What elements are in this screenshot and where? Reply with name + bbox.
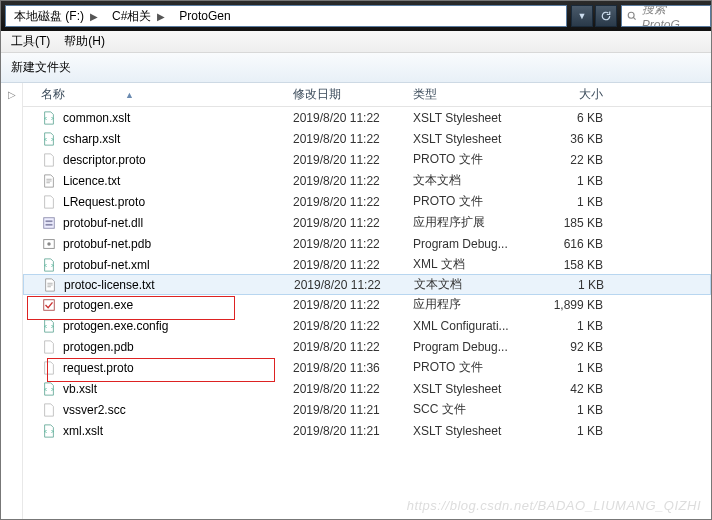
- file-row[interactable]: protogen.exe.config2019/8/20 11:22XML Co…: [23, 315, 711, 336]
- nav-buttons: ▼: [567, 5, 621, 27]
- text-icon: [41, 173, 57, 189]
- text-icon: [42, 277, 58, 293]
- file-row[interactable]: protoc-license.txt2019/8/20 11:22文本文档1 K…: [23, 274, 711, 295]
- file-row[interactable]: Licence.txt2019/8/20 11:22文本文档1 KB: [23, 170, 711, 191]
- file-type: XSLT Stylesheet: [413, 424, 543, 438]
- file-size: 185 KB: [543, 216, 623, 230]
- tree-collapse-icon[interactable]: ▷: [8, 89, 16, 519]
- file-date: 2019/8/20 11:22: [293, 340, 413, 354]
- file-icon: [41, 194, 57, 210]
- dropdown-button[interactable]: ▼: [571, 5, 593, 27]
- file-date: 2019/8/20 11:22: [293, 319, 413, 333]
- svg-rect-3: [46, 223, 53, 225]
- breadcrumb-seg-drive[interactable]: 本地磁盘 (F:) ▶: [6, 6, 104, 26]
- file-icon: [41, 152, 57, 168]
- file-row[interactable]: csharp.xslt2019/8/20 11:22XSLT Styleshee…: [23, 128, 711, 149]
- file-date: 2019/8/20 11:36: [293, 361, 413, 375]
- file-row[interactable]: common.xslt2019/8/20 11:22XSLT Styleshee…: [23, 107, 711, 128]
- file-type: PROTO 文件: [413, 151, 543, 168]
- header-date[interactable]: 修改日期: [293, 86, 413, 103]
- breadcrumb-seg-folder[interactable]: C#相关 ▶: [104, 6, 171, 26]
- refresh-icon: [600, 10, 612, 22]
- xslt-icon: [41, 131, 57, 147]
- xslt-icon: [41, 381, 57, 397]
- file-type: XML 文档: [413, 256, 543, 273]
- file-row[interactable]: protogen.pdb2019/8/20 11:22Program Debug…: [23, 336, 711, 357]
- file-row[interactable]: request.proto2019/8/20 11:36PROTO 文件1 KB: [23, 357, 711, 378]
- file-type: 文本文档: [414, 276, 544, 293]
- header-size[interactable]: 大小: [543, 86, 623, 103]
- address-bar: 本地磁盘 (F:) ▶ C#相关 ▶ ProtoGen ▼ 搜索 ProtoG: [1, 1, 711, 31]
- file-type: XML Configurati...: [413, 319, 543, 333]
- file-icon: [41, 339, 57, 355]
- file-row[interactable]: descriptor.proto2019/8/20 11:22PROTO 文件2…: [23, 149, 711, 170]
- header-type[interactable]: 类型: [413, 86, 543, 103]
- file-size: 1 KB: [543, 403, 623, 417]
- file-name: protoc-license.txt: [64, 278, 155, 292]
- file-row[interactable]: vssver2.scc2019/8/20 11:21SCC 文件1 KB: [23, 399, 711, 420]
- svg-rect-2: [46, 220, 53, 222]
- svg-point-0: [628, 12, 634, 18]
- file-date: 2019/8/20 11:21: [293, 424, 413, 438]
- file-row[interactable]: protobuf-net.pdb2019/8/20 11:22Program D…: [23, 233, 711, 254]
- file-size: 36 KB: [543, 132, 623, 146]
- file-row[interactable]: xml.xslt2019/8/20 11:21XSLT Stylesheet1 …: [23, 420, 711, 441]
- file-name: request.proto: [63, 361, 134, 375]
- file-type: PROTO 文件: [413, 359, 543, 376]
- menu-tools[interactable]: 工具(T): [11, 33, 50, 50]
- pdb-icon: [41, 236, 57, 252]
- file-type: 文本文档: [413, 172, 543, 189]
- file-name: descriptor.proto: [63, 153, 146, 167]
- xslt-icon: [41, 423, 57, 439]
- file-name: protobuf-net.pdb: [63, 237, 151, 251]
- file-name: protobuf-net.dll: [63, 216, 143, 230]
- file-date: 2019/8/20 11:22: [293, 237, 413, 251]
- svg-rect-1: [44, 217, 55, 228]
- file-name: protogen.exe.config: [63, 319, 168, 333]
- file-type: XSLT Stylesheet: [413, 132, 543, 146]
- file-name: Licence.txt: [63, 174, 120, 188]
- file-row[interactable]: protobuf-net.xml2019/8/20 11:22XML 文档158…: [23, 254, 711, 275]
- file-name: xml.xslt: [63, 424, 103, 438]
- nav-tree-gutter[interactable]: ▷: [1, 83, 23, 519]
- file-name: protobuf-net.xml: [63, 258, 150, 272]
- file-icon: [41, 360, 57, 376]
- file-row[interactable]: vb.xslt2019/8/20 11:22XSLT Stylesheet42 …: [23, 378, 711, 399]
- file-size: 42 KB: [543, 382, 623, 396]
- file-date: 2019/8/20 11:22: [293, 258, 413, 272]
- svg-point-5: [47, 242, 51, 246]
- file-date: 2019/8/20 11:22: [293, 298, 413, 312]
- file-type: SCC 文件: [413, 401, 543, 418]
- file-row[interactable]: LRequest.proto2019/8/20 11:22PROTO 文件1 K…: [23, 191, 711, 212]
- chevron-right-icon: ▶: [157, 11, 165, 22]
- menu-help[interactable]: 帮助(H): [64, 33, 105, 50]
- exe-icon: [41, 297, 57, 313]
- new-folder-button[interactable]: 新建文件夹: [11, 59, 71, 76]
- file-type: PROTO 文件: [413, 193, 543, 210]
- file-size: 92 KB: [543, 340, 623, 354]
- file-row[interactable]: protogen.exe2019/8/20 11:22应用程序1,899 KB: [23, 294, 711, 315]
- xml-icon: [41, 257, 57, 273]
- file-date: 2019/8/20 11:22: [293, 216, 413, 230]
- file-name: LRequest.proto: [63, 195, 145, 209]
- file-size: 22 KB: [543, 153, 623, 167]
- file-type: 应用程序扩展: [413, 214, 543, 231]
- breadcrumb[interactable]: 本地磁盘 (F:) ▶ C#相关 ▶ ProtoGen: [5, 5, 567, 27]
- file-size: 6 KB: [543, 111, 623, 125]
- file-size: 1 KB: [543, 319, 623, 333]
- refresh-button[interactable]: [595, 5, 617, 27]
- file-list-pane: 名称 ▲ 修改日期 类型 大小 common.xslt2019/8/20 11:…: [23, 83, 711, 519]
- chevron-down-icon: ▼: [578, 11, 587, 21]
- file-type: 应用程序: [413, 296, 543, 313]
- file-type: Program Debug...: [413, 340, 543, 354]
- file-date: 2019/8/20 11:22: [293, 382, 413, 396]
- file-row[interactable]: protobuf-net.dll2019/8/20 11:22应用程序扩展185…: [23, 212, 711, 233]
- search-input[interactable]: 搜索 ProtoG: [621, 5, 711, 27]
- file-date: 2019/8/20 11:22: [293, 174, 413, 188]
- chevron-right-icon: ▶: [90, 11, 98, 22]
- file-type: Program Debug...: [413, 237, 543, 251]
- file-name: common.xslt: [63, 111, 130, 125]
- file-icon: [41, 402, 57, 418]
- header-name[interactable]: 名称 ▲: [23, 86, 293, 103]
- breadcrumb-seg-current[interactable]: ProtoGen: [171, 6, 236, 26]
